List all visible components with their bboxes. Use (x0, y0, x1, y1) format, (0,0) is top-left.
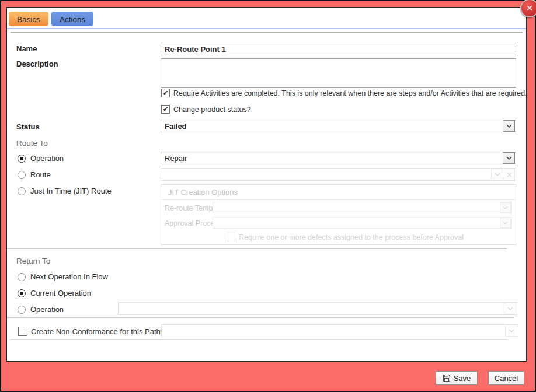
return-to-current-radio[interactable] (18, 289, 26, 298)
route-to-jit-radio[interactable] (18, 187, 26, 195)
return-to-operation-select (118, 302, 517, 315)
return-to-label: Return To (16, 257, 50, 265)
close-icon: ✕ (526, 4, 533, 12)
route-to-operation-label: Operation (30, 154, 64, 163)
route-to-jit-label: Just In Time (JIT) Route (30, 187, 112, 195)
tab-bar: Basics Actions (7, 8, 526, 29)
require-defects-label: Require one or more defects assigned to … (239, 233, 464, 242)
route-to-operation-value: Repair (161, 154, 503, 163)
change-status-checkbox[interactable]: ✔ (161, 105, 170, 114)
return-to-operation-row: Operation (18, 305, 64, 314)
name-label: Name (16, 44, 37, 53)
require-defects-row: ✔ Require one or more defects assigned t… (227, 233, 464, 242)
route-to-jit-row: Just In Time (JIT) Route (18, 187, 112, 195)
status-value: Failed (161, 122, 503, 131)
route-to-route-row: Route (18, 170, 51, 179)
save-icon (443, 374, 451, 382)
change-status-label: Change product status? (173, 106, 251, 114)
jit-panel-header: JIT Creation Options (161, 185, 516, 200)
non-conformance-select (161, 324, 518, 337)
save-button[interactable]: Save (436, 371, 478, 385)
divider (11, 339, 507, 340)
require-defects-checkbox: ✔ (227, 233, 235, 242)
return-to-next-label: Next Operation In Flow (30, 272, 108, 281)
chevron-down-icon (504, 303, 516, 314)
require-activities-checkbox[interactable]: ✔ (161, 89, 170, 97)
divider (11, 32, 523, 33)
check-icon: ✔ (163, 106, 168, 113)
route-to-operation-select[interactable]: Repair (161, 152, 516, 164)
non-conformance-row: ✔ Create Non-Conformance for this Pathwa… (18, 327, 174, 336)
route-to-route-select (161, 168, 516, 181)
route-to-operation-row: Operation (18, 154, 64, 163)
save-button-label: Save (454, 374, 471, 383)
divider (7, 249, 507, 249)
require-activities-row: ✔ Require Activities are completed. This… (161, 89, 527, 97)
require-activities-label: Require Activities are completed. This i… (173, 89, 527, 97)
status-select[interactable]: Failed (161, 120, 516, 132)
return-to-next-row: Next Operation In Flow (18, 272, 108, 281)
tab-basics[interactable]: Basics (9, 12, 48, 26)
chevron-down-icon (500, 218, 511, 228)
status-label: Status (16, 123, 40, 131)
route-to-label: Route To (16, 139, 48, 148)
chevron-down-icon[interactable] (503, 120, 515, 132)
dialog-frame: ✕ Basics Actions Name Description ✔ Requ… (1, 1, 535, 391)
close-button[interactable]: ✕ (520, 0, 536, 18)
route-to-route-label: Route (30, 170, 51, 179)
description-textarea[interactable] (161, 58, 516, 88)
clear-icon (504, 169, 515, 180)
name-input[interactable] (161, 43, 516, 55)
dialog-panel: Basics Actions Name Description ✔ Requir… (6, 7, 527, 362)
tab-actions[interactable]: Actions (51, 12, 93, 26)
cancel-button-label: Cancel (495, 374, 518, 383)
return-to-operation-label: Operation (30, 305, 64, 314)
cancel-button[interactable]: Cancel (488, 371, 524, 385)
non-conformance-label: Create Non-Conformance for this Pathway (31, 327, 174, 336)
non-conformance-checkbox[interactable]: ✔ (18, 327, 27, 336)
return-to-next-radio[interactable] (18, 273, 26, 281)
approval-process-select (213, 217, 512, 229)
change-status-row: ✔ Change product status? (161, 105, 251, 114)
jit-creation-options-panel: JIT Creation Options Re-route Template: … (161, 184, 516, 245)
route-to-operation-radio[interactable] (18, 155, 26, 163)
route-to-route-radio[interactable] (18, 171, 26, 179)
chevron-down-icon (500, 202, 511, 213)
return-to-current-label: Current Operation (30, 289, 91, 298)
description-label: Description (16, 60, 58, 68)
divider (7, 317, 514, 318)
reroute-template-select (213, 202, 512, 214)
check-icon: ✔ (163, 90, 168, 96)
chevron-down-icon (505, 325, 517, 337)
chevron-down-icon[interactable] (503, 152, 515, 164)
return-to-operation-radio[interactable] (18, 306, 26, 314)
chevron-down-icon (491, 169, 503, 180)
return-to-current-row: Current Operation (18, 289, 91, 298)
